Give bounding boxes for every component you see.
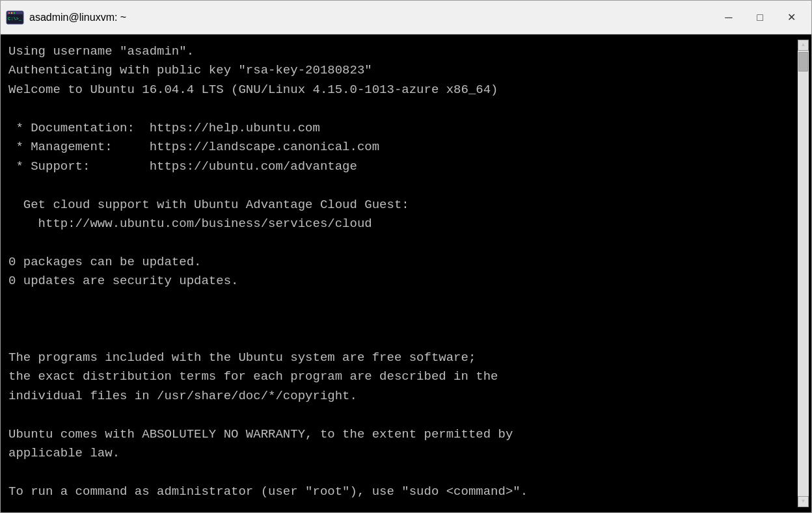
- terminal-content: Using username "asadmin". Authenticating…: [3, 40, 798, 507]
- scroll-up-button[interactable]: ▲: [798, 40, 809, 51]
- terminal-window: C:\>_ asadmin@linuxvm: ~ ─ □ ✕ Using use…: [0, 0, 812, 513]
- svg-point-3: [11, 12, 12, 13]
- terminal-icon: C:\>_: [6, 8, 24, 27]
- maximize-button[interactable]: □: [745, 7, 775, 29]
- title-bar: C:\>_ asadmin@linuxvm: ~ ─ □ ✕: [1, 1, 811, 34]
- window-controls: ─ □ ✕: [714, 7, 806, 29]
- svg-point-4: [14, 12, 15, 13]
- svg-point-2: [8, 12, 10, 13]
- close-button[interactable]: ✕: [776, 7, 806, 29]
- terminal-body[interactable]: Using username "asadmin". Authenticating…: [1, 34, 811, 512]
- title-bar-left: C:\>_ asadmin@linuxvm: ~: [6, 8, 126, 27]
- scrollbar-track[interactable]: [798, 51, 809, 496]
- window-title: asadmin@linuxvm: ~: [29, 12, 126, 23]
- scroll-down-button[interactable]: ▼: [798, 496, 809, 507]
- svg-text:C:\>_: C:\>_: [8, 16, 22, 21]
- minimize-button[interactable]: ─: [714, 7, 744, 29]
- scrollbar-thumb[interactable]: [798, 52, 808, 72]
- scrollbar[interactable]: ▲ ▼: [798, 40, 809, 507]
